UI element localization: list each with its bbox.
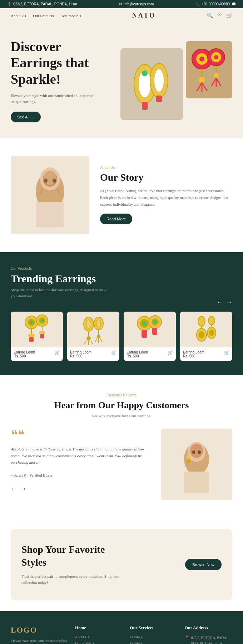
cta-section: Shop Your Favorite Styles Find the perfe… xyxy=(11,529,232,600)
product-image xyxy=(67,312,119,347)
footer-nav-link-1[interactable]: Our Products xyxy=(75,641,123,644)
about-section: About Us Our Story At [Your Brand Name],… xyxy=(0,138,243,252)
product-info: Earring Loom Rs. 500 🛒 xyxy=(180,347,232,361)
product-card: Earring Loom Rs. 500 🛒 xyxy=(67,312,119,361)
earring-image-2 xyxy=(186,41,232,98)
reviews-navigation: ← → xyxy=(11,485,154,493)
review-image xyxy=(161,429,232,500)
svg-point-64 xyxy=(153,320,157,324)
svg-rect-6 xyxy=(156,96,162,102)
footer-nav-link-0[interactable]: About Us xyxy=(75,635,123,639)
whatsapp-icon: 💬 xyxy=(232,2,236,6)
products-header-left: Our Products Trending Earrings Shop the … xyxy=(11,267,111,306)
product-details: Earring Loom Rs. 500 xyxy=(70,350,91,358)
hero-section: Discover Earrings that Sparkle! Elevate … xyxy=(0,23,243,138)
review-text-area: ❝❝ Absolutely in love with these earring… xyxy=(11,429,154,493)
hero-cta-button[interactable]: See All → xyxy=(11,112,41,122)
wishlist-icon[interactable]: ♡ xyxy=(217,13,222,19)
product-info: Earring Loom Rs. 500 🛒 xyxy=(67,347,119,361)
product-name: Earring Loom xyxy=(70,350,91,354)
about-image xyxy=(11,156,89,234)
footer-service-link-1[interactable]: Earrings xyxy=(130,641,177,644)
cta-subtitle: Find the perfect pair to complement ever… xyxy=(21,574,129,586)
reviews-next-button[interactable]: → xyxy=(20,485,26,493)
footer-address-text: 623/2, BETORA, PADAL, PONDA, Hisar, Indi… xyxy=(191,635,232,644)
hero-title: Discover Earrings that Sparkle! xyxy=(11,39,104,88)
product-card: Earring Loom Rs. 500 🛒 xyxy=(180,312,232,361)
hero-text: Discover Earrings that Sparkle! Elevate … xyxy=(11,39,104,123)
products-grid: ♡ Earring Loom xyxy=(11,312,232,361)
svg-line-57 xyxy=(100,338,102,342)
svg-point-5 xyxy=(154,69,164,92)
location-icon: 📍 xyxy=(185,635,189,639)
footer-nav-title: Home xyxy=(75,625,123,631)
reviews-prev-button[interactable]: ← xyxy=(11,485,17,493)
footer-top: LOGO Elevate your style with our handcra… xyxy=(11,625,232,644)
review-body: Absolutely in love with these earrings! … xyxy=(11,446,154,466)
cta-text: Shop Your Favorite Styles Find the perfe… xyxy=(21,543,129,586)
svg-line-55 xyxy=(95,338,97,342)
location-icon: 📍 xyxy=(7,2,11,6)
svg-line-48 xyxy=(84,341,86,344)
reviews-tag: Customer Reviews xyxy=(11,393,232,397)
footer-tagline: Elevate your style with our handcrafted … xyxy=(11,638,68,644)
nav-links: About Us Our Products Testimonials xyxy=(11,14,81,18)
nav-icons: 🔍 ♡ 🛒 xyxy=(207,13,232,19)
email-text: info@earrings.com xyxy=(124,2,154,6)
svg-line-22 xyxy=(216,78,221,86)
products-title: Trending Earrings xyxy=(11,273,111,285)
footer-address-item: 📍 623/2, BETORA, PADAL, PONDA, Hisar, In… xyxy=(185,635,232,644)
footer-brand: LOGO Elevate your style with our handcra… xyxy=(11,625,68,644)
nav-about[interactable]: About Us xyxy=(11,14,26,18)
top-bar: 📍 623/2, BETORA, PADAL, PONDA, Hisar ✉ i… xyxy=(0,0,243,8)
product-details: Earring Loom Rs. 500 xyxy=(127,350,148,358)
svg-point-2 xyxy=(142,70,148,76)
about-cta-button[interactable]: Read More xyxy=(100,214,132,224)
logo[interactable]: NATO xyxy=(132,12,156,19)
product-card: Earring Loom Rs. 500 🛒 xyxy=(124,312,176,361)
cart-icon[interactable]: 🛒 xyxy=(224,350,229,356)
product-details: Earring Loom Rs. 500 xyxy=(14,350,35,358)
svg-point-40 xyxy=(41,319,44,322)
cart-icon[interactable]: 🛒 xyxy=(226,13,232,19)
svg-point-30 xyxy=(44,179,48,183)
svg-point-73 xyxy=(209,330,214,336)
phone-item: 📞 +91 99900-00889 💬 xyxy=(195,2,236,6)
cart-icon[interactable]: 🛒 xyxy=(55,350,60,356)
product-image xyxy=(124,312,176,347)
svg-rect-65 xyxy=(152,328,157,335)
svg-line-20 xyxy=(212,78,216,86)
nav-testimonials[interactable]: Testimonials xyxy=(61,14,81,18)
footer-logo: LOGO xyxy=(11,625,68,635)
hero-subtitle: Elevate your style with our handcrafted … xyxy=(11,93,104,104)
cta-button[interactable]: Browse Now xyxy=(185,559,222,570)
product-info: Earring Loom Rs. 500 🛒 xyxy=(11,347,63,361)
svg-point-47 xyxy=(86,336,91,341)
products-section: Our Products Trending Earrings Shop the … xyxy=(0,252,243,375)
product-price: Rs. 500 xyxy=(127,354,148,358)
svg-point-19 xyxy=(214,73,219,78)
navbar: About Us Our Products Testimonials NATO … xyxy=(0,8,243,23)
search-icon[interactable]: 🔍 xyxy=(207,13,213,19)
wishlist-icon[interactable]: ♡ xyxy=(57,314,61,319)
address-text: 623/2, BETORA, PADAL, PONDA, Hisar xyxy=(13,2,77,6)
product-image: ♡ xyxy=(11,312,63,347)
products-prev-button[interactable]: ← xyxy=(217,298,223,306)
svg-rect-43 xyxy=(40,334,44,338)
cart-icon[interactable]: 🛒 xyxy=(111,350,116,356)
product-name: Earring Loom xyxy=(14,350,35,354)
footer-service-link-0[interactable]: Earrings xyxy=(130,635,177,639)
reviews-subtitle: See why everyone loves our earrings. xyxy=(11,414,232,418)
nav-products[interactable]: Our Products xyxy=(33,14,54,18)
review-content: ❝❝ Absolutely in love with these earring… xyxy=(11,429,232,500)
svg-rect-37 xyxy=(29,337,34,342)
email-icon: ✉ xyxy=(119,2,122,6)
svg-point-11 xyxy=(199,77,205,83)
cart-icon[interactable]: 🛒 xyxy=(168,350,173,356)
products-next-button[interactable]: → xyxy=(226,298,232,306)
svg-rect-82 xyxy=(187,459,190,463)
product-price: Rs. 500 xyxy=(70,354,91,358)
product-price: Rs. 500 xyxy=(14,354,35,358)
about-description: At [Your Brand Name], we believe that ea… xyxy=(100,187,232,208)
svg-point-27 xyxy=(44,171,56,185)
